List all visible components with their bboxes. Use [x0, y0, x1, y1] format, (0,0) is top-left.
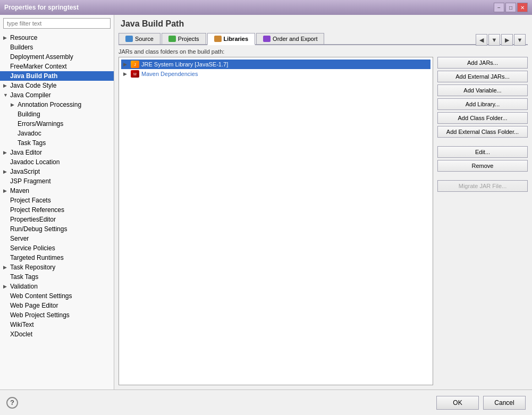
tree-item-project-references[interactable]: Project References [0, 205, 114, 215]
buttons-panel: Add JARs...Add External JARs...Add Varia… [437, 57, 528, 385]
tree-item-server[interactable]: Server [0, 234, 114, 243]
tree-item-service-policies[interactable]: Service Policies [0, 243, 114, 253]
nav-dropdown-button[interactable]: ▼ [488, 34, 500, 46]
lib-item-jre[interactable]: ▶JJRE System Library [JavaSE-1.7] [121, 60, 430, 69]
tree-item-maven[interactable]: ▶Maven [0, 186, 114, 196]
add-jars-button[interactable]: Add JARs... [437, 57, 528, 69]
btn-spacer-migrate-jar [437, 174, 528, 178]
nav-back-button[interactable]: ◀ [476, 34, 487, 46]
tree-item-label-web-content-settings: Web Content Settings [10, 292, 72, 300]
tree-item-annotation-processing[interactable]: ▶Annotation Processing [0, 100, 114, 109]
tree-item-label-java-compiler: Java Compiler [10, 91, 51, 99]
tree-item-javadoc-location[interactable]: Javadoc Location [0, 157, 114, 167]
lib-expand-jre: ▶ [123, 62, 129, 67]
expand-icon-maven: ▶ [3, 188, 9, 193]
tree-item-task-repository[interactable]: ▶Task Repository [0, 262, 114, 272]
tree-item-resource[interactable]: ▶Resource [0, 33, 114, 43]
tree-item-label-maven: Maven [10, 187, 29, 194]
tree-item-label-resource: Resource [10, 34, 37, 41]
tree-item-wikitext[interactable]: WikiText [0, 320, 114, 329]
add-class-folder-button[interactable]: Add Class Folder... [437, 112, 528, 124]
tab-label-projects: Projects [178, 36, 199, 42]
jars-label: JARs and class folders on the build path… [119, 48, 528, 55]
tree-item-web-project-settings[interactable]: Web Project Settings [0, 310, 114, 320]
add-external-class-folder-button[interactable]: Add External Class Folder... [437, 126, 528, 138]
main-content: ▶ResourceBuildersDeployment AssemblyFree… [0, 15, 532, 389]
tree-item-label-project-facets: Project Facets [10, 197, 51, 204]
right-panel-wrapper: ◀ ▼ ▶ ▼ Java Build Path SourceProjectsLi… [114, 15, 532, 389]
lib-item-maven[interactable]: ▶MMaven Dependencies [121, 69, 430, 79]
tree-item-java-code-style[interactable]: ▶Java Code Style [0, 81, 114, 90]
migrate-jar-button: Migrate JAR File... [437, 180, 528, 192]
tree-item-label-java-code-style: Java Code Style [10, 82, 56, 89]
tree-item-properties-editor[interactable]: PropertiesEditor [0, 215, 114, 224]
tree-item-label-service-policies: Service Policies [10, 244, 55, 252]
tab-order-export[interactable]: Order and Export [256, 33, 324, 44]
minimize-button[interactable]: − [494, 3, 504, 12]
lib-expand-maven: ▶ [123, 71, 129, 77]
tab-label-order-export: Order and Export [273, 36, 317, 42]
tree-item-label-xdoclet: XDoclet [10, 331, 32, 338]
tab-projects[interactable]: Projects [162, 33, 206, 44]
tree-item-label-web-project-settings: Web Project Settings [10, 311, 70, 319]
tree-item-label-java-editor: Java Editor [10, 149, 42, 156]
tree-item-builders[interactable]: Builders [0, 43, 114, 52]
nav-forward-dropdown-button[interactable]: ▼ [514, 34, 526, 46]
tree-item-java-editor[interactable]: ▶Java Editor [0, 148, 114, 157]
ok-button[interactable]: OK [436, 396, 479, 410]
tree-item-label-java-build-path: Java Build Path [10, 72, 57, 80]
tree-item-targeted-runtimes[interactable]: Targeted Runtimes [0, 253, 114, 262]
add-variable-button[interactable]: Add Variable... [437, 84, 528, 96]
tree-item-errors-warnings[interactable]: Errors/Warnings [0, 119, 114, 129]
tree-item-task-tags[interactable]: Task Tags [0, 138, 114, 148]
edit-button[interactable]: Edit... [437, 146, 528, 158]
source-tab-icon [125, 36, 133, 42]
tree-item-validation[interactable]: ▶Validation [0, 282, 114, 291]
order-tab-icon [263, 36, 271, 42]
tree-item-label-web-page-editor: Web Page Editor [10, 302, 58, 309]
tree-item-xdoclet[interactable]: XDoclet [0, 329, 114, 339]
projects-tab-icon [168, 36, 176, 42]
maximize-button[interactable]: □ [505, 3, 516, 12]
tree-item-label-javadoc: Javadoc [18, 130, 41, 137]
expand-icon-java-code-style: ▶ [3, 83, 9, 88]
expand-icon-java-editor: ▶ [3, 150, 9, 155]
cancel-button[interactable]: Cancel [483, 396, 526, 410]
tree-item-label-wikitext: WikiText [10, 321, 34, 328]
add-library-button[interactable]: Add Library... [437, 98, 528, 110]
page-title: Java Build Path [119, 19, 528, 29]
tab-libraries[interactable]: Libraries [207, 33, 255, 45]
nav-toolbar: ◀ ▼ ▶ ▼ [476, 34, 526, 46]
tab-source[interactable]: Source [119, 33, 161, 44]
tree-item-web-page-editor[interactable]: Web Page Editor [0, 301, 114, 310]
tree-item-label-task-repository: Task Repository [10, 264, 55, 271]
tree-item-freemarker-context[interactable]: FreeMarker Context [0, 62, 114, 71]
tree-item-building[interactable]: Building [0, 109, 114, 119]
tree-item-jsp-fragment[interactable]: JSP Fragment [0, 176, 114, 186]
tree-item-label-builders: Builders [10, 44, 33, 51]
expand-icon-javascript: ▶ [3, 169, 9, 174]
tree-item-deployment-assembly[interactable]: Deployment Assembly [0, 52, 114, 62]
tree-item-label-task-tags: Task Tags [18, 139, 46, 147]
remove-button[interactable]: Remove [437, 160, 528, 172]
expand-icon-annotation-processing: ▶ [11, 102, 16, 107]
expand-icon-resource: ▶ [3, 35, 9, 40]
help-button[interactable]: ? [6, 397, 18, 409]
tree-item-run-debug-settings[interactable]: Run/Debug Settings [0, 224, 114, 234]
tree-item-label-run-debug-settings: Run/Debug Settings [10, 225, 67, 233]
nav-forward-button[interactable]: ▶ [501, 34, 513, 46]
tab-label-source: Source [135, 36, 154, 42]
close-button[interactable]: ✕ [517, 3, 528, 12]
tree-item-javadoc[interactable]: Javadoc [0, 129, 114, 138]
tree-item-task-tags2[interactable]: Task Tags [0, 272, 114, 282]
tree-item-javascript[interactable]: ▶JavaScript [0, 167, 114, 176]
tree-item-web-content-settings[interactable]: Web Content Settings [0, 291, 114, 301]
filter-input[interactable] [3, 18, 111, 29]
tree-item-java-build-path[interactable]: Java Build Path [0, 71, 114, 81]
tree-item-label-jsp-fragment: JSP Fragment [10, 177, 50, 185]
add-external-jars-button[interactable]: Add External JARs... [437, 71, 528, 82]
tree-item-label-task-tags2: Task Tags [10, 273, 38, 281]
tree-item-project-facets[interactable]: Project Facets [0, 196, 114, 205]
tree-item-java-compiler[interactable]: ▼Java Compiler [0, 90, 114, 100]
expand-icon-java-compiler: ▼ [3, 92, 9, 98]
